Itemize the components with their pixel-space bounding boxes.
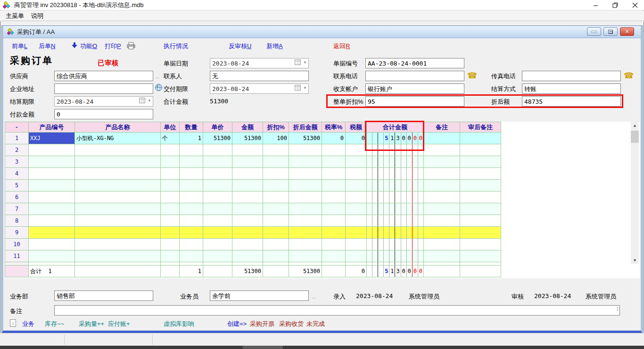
- table-cell[interactable]: [29, 262, 75, 266]
- table-cell[interactable]: [346, 180, 367, 191]
- whole-discount-field[interactable]: 95: [365, 96, 464, 107]
- add-new-button[interactable]: 新增A: [266, 42, 283, 50]
- table-cell[interactable]: [29, 239, 75, 250]
- calendar-icon[interactable]: [295, 85, 301, 91]
- total-cell[interactable]: [263, 266, 289, 277]
- column-header[interactable]: 税额: [346, 122, 367, 133]
- table-cell[interactable]: [203, 203, 232, 215]
- table-cell[interactable]: [322, 156, 346, 168]
- table-cell[interactable]: 5130000: [367, 133, 424, 144]
- row-number[interactable]: 9: [5, 227, 29, 239]
- table-cell[interactable]: [232, 215, 263, 227]
- table-cell[interactable]: [75, 168, 161, 180]
- table-cell[interactable]: [29, 203, 75, 215]
- table-cell[interactable]: [263, 215, 289, 227]
- table-cell[interactable]: [424, 239, 460, 250]
- table-cell[interactable]: [346, 156, 367, 168]
- table-cell[interactable]: [322, 215, 346, 227]
- table-cell[interactable]: [289, 203, 322, 215]
- supplier-field[interactable]: 综合供应商: [54, 71, 153, 81]
- note-field[interactable]: ▴▾: [54, 305, 620, 316]
- doc-number-field[interactable]: AA-23-08-24-0001: [365, 58, 464, 68]
- table-cell[interactable]: [346, 191, 367, 203]
- table-cell[interactable]: [346, 262, 367, 266]
- table-cell[interactable]: [322, 239, 346, 250]
- total-cell[interactable]: [460, 266, 501, 277]
- row-number[interactable]: 6: [5, 191, 29, 203]
- column-header[interactable]: 金额: [232, 122, 263, 133]
- note-spinner[interactable]: ▴▾: [617, 306, 619, 312]
- table-cell[interactable]: [75, 191, 161, 203]
- table-cell[interactable]: [232, 168, 263, 180]
- table-cell[interactable]: [29, 250, 75, 262]
- column-header[interactable]: 单价: [203, 122, 232, 133]
- table-cell[interactable]: [203, 156, 232, 168]
- table-cell[interactable]: 51300: [232, 133, 263, 144]
- table-cell[interactable]: [75, 215, 161, 227]
- table-cell[interactable]: [180, 215, 203, 227]
- table-cell[interactable]: [424, 156, 460, 168]
- table-cell[interactable]: [367, 262, 424, 266]
- table-cell[interactable]: [180, 156, 203, 168]
- table-cell[interactable]: [424, 227, 460, 239]
- table-cell[interactable]: [232, 250, 263, 262]
- payment-field[interactable]: 0: [54, 109, 153, 119]
- table-cell[interactable]: [75, 156, 161, 168]
- total-cell[interactable]: 51300: [289, 266, 322, 277]
- prev-doc-button[interactable]: 前单L: [12, 42, 27, 50]
- table-cell[interactable]: 小型机-XG-NG: [75, 133, 161, 144]
- total-cell[interactable]: 合计 1: [29, 266, 75, 277]
- table-cell[interactable]: [180, 180, 203, 191]
- column-header[interactable]: 产品名称: [75, 122, 161, 133]
- settle-method-field[interactable]: 转账: [522, 83, 621, 94]
- table-cell[interactable]: 51300: [289, 133, 322, 144]
- scrollbar-thumb[interactable]: [631, 131, 639, 143]
- table-cell[interactable]: [232, 180, 263, 191]
- table-cell[interactable]: [161, 180, 180, 191]
- table-cell[interactable]: [180, 144, 203, 156]
- menu-help[interactable]: 说明: [30, 11, 45, 21]
- table-cell[interactable]: [289, 215, 322, 227]
- department-field[interactable]: 销售部: [54, 291, 153, 301]
- dropdown-arrow-icon[interactable]: ▼: [303, 60, 307, 65]
- table-cell[interactable]: [322, 227, 346, 239]
- vertical-scrollbar[interactable]: ▲ ▼: [631, 122, 639, 264]
- table-cell[interactable]: [322, 191, 346, 203]
- table-cell[interactable]: [289, 227, 322, 239]
- total-cell[interactable]: 51300: [232, 266, 263, 277]
- table-cell[interactable]: [424, 144, 460, 156]
- purchase-receive-link[interactable]: 采购收货: [279, 320, 304, 328]
- total-cell[interactable]: 1: [180, 266, 203, 277]
- table-cell[interactable]: [161, 168, 180, 180]
- column-header[interactable]: 备注: [424, 122, 460, 133]
- table-cell[interactable]: [424, 168, 460, 180]
- table-cell[interactable]: [203, 262, 232, 266]
- contact-field[interactable]: 无: [210, 71, 309, 81]
- table-cell[interactable]: [460, 191, 501, 203]
- table-cell[interactable]: [424, 133, 460, 144]
- supplier-more-button[interactable]: ..: [156, 73, 160, 80]
- column-header[interactable]: 产品编号: [29, 122, 75, 133]
- table-cell[interactable]: [460, 215, 501, 227]
- scrollbar-up-button[interactable]: ▲: [631, 122, 639, 129]
- total-row-number[interactable]: [5, 266, 29, 277]
- row-number[interactable]: 5: [5, 180, 29, 191]
- table-cell[interactable]: [367, 144, 424, 156]
- table-cell[interactable]: [232, 156, 263, 168]
- settle-date-field[interactable]: 2023-08-24: [54, 96, 153, 107]
- functions-button[interactable]: 功能O: [80, 42, 97, 50]
- table-cell[interactable]: [75, 203, 161, 215]
- table-cell[interactable]: [180, 191, 203, 203]
- doc-date-field[interactable]: 2023-08-24: [210, 58, 309, 68]
- table-cell[interactable]: [367, 180, 424, 191]
- table-cell[interactable]: [263, 168, 289, 180]
- table-cell[interactable]: [367, 250, 424, 262]
- table-cell[interactable]: [180, 227, 203, 239]
- table-cell[interactable]: [232, 191, 263, 203]
- row-number-header[interactable]: -: [5, 122, 29, 133]
- table-cell[interactable]: [346, 227, 367, 239]
- table-cell[interactable]: [29, 215, 75, 227]
- table-cell[interactable]: [203, 144, 232, 156]
- after-discount-field[interactable]: 48735: [522, 96, 621, 107]
- table-cell[interactable]: 0: [322, 133, 346, 144]
